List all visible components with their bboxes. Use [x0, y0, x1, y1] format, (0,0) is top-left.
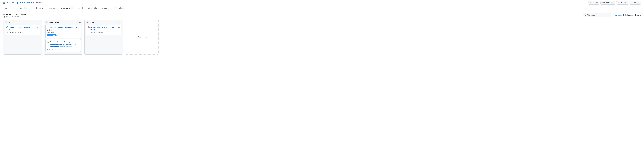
column-done-actions: + ···	[118, 21, 122, 23]
watch-chevron-icon: ▾	[610, 2, 610, 4]
menu-icon: ☰	[634, 14, 636, 16]
card-optimize-mobile-menu-icon[interactable]: ···	[37, 26, 38, 28]
fork-count: 0	[637, 2, 639, 4]
card-develop-functionality-header: [Project Octocat] Develop functionality …	[47, 41, 79, 48]
card-design-ui-status-icon	[88, 27, 90, 29]
tab-issues[interactable]: ○ Issues 3	[14, 6, 28, 11]
tab-projects-label: Projects	[63, 7, 70, 9]
tab-actions-label: Actions	[50, 7, 56, 9]
add-card-to-in-progress-icon[interactable]: +	[77, 21, 78, 23]
column-done-header: 1 Done + ···	[86, 21, 122, 23]
card-frontend-work-tag: front-end	[47, 34, 56, 36]
star-count: 0	[624, 2, 626, 4]
sponsor-heart-icon: ♥	[590, 2, 591, 4]
column-in-progress-header: 2 In progress + ···	[46, 21, 81, 23]
repo-link[interactable]: project-octocat	[17, 2, 34, 4]
fork-button[interactable]: ⑂ Fork 0	[629, 1, 641, 5]
card-develop-functionality-menu-icon[interactable]: ···	[78, 41, 79, 43]
card-optimize-mobile: [Project Octocat] Optimize for mobile ··…	[5, 25, 40, 35]
card-optimize-mobile-status-icon	[6, 27, 8, 29]
card-frontend-work-progress: ☰ 1 of 4	[47, 29, 79, 31]
board-area: 1 To do + ··· [Project Octocat] Optimize…	[0, 20, 644, 58]
card-frontend-work-header: Front-end work for Project Octocat ···	[47, 26, 79, 29]
card-design-ui-menu-icon[interactable]: ···	[118, 26, 120, 28]
menu-button[interactable]: ☰ Menu	[634, 14, 641, 16]
card-design-ui: [Project Octocat] Design user interface …	[86, 25, 122, 35]
code-icon: <>	[5, 7, 7, 9]
nav-tabs: <> Code ○ Issues 3 ⎇ Pull requests ▷ Act…	[0, 6, 644, 11]
tab-security[interactable]: 🛡 Security	[86, 6, 99, 11]
org-link[interactable]: octo-org	[6, 2, 14, 4]
issues-icon: ○	[16, 7, 17, 9]
card-frontend-work-menu-icon[interactable]: ···	[78, 26, 79, 28]
tab-insights-label: Insights	[104, 7, 110, 9]
column-in-progress: 2 In progress + ··· Front-end work for P…	[44, 20, 82, 55]
tab-settings[interactable]: ⚙ Settings	[113, 6, 126, 11]
card-frontend-work-status-icon	[47, 27, 49, 29]
sponsor-button[interactable]: ♥ Sponsor	[588, 1, 600, 5]
fullscreen-button[interactable]: ⛶ Fullscreen	[623, 14, 633, 16]
column-todo-menu-icon[interactable]: ···	[38, 21, 40, 23]
search-icon: 🔍	[584, 14, 586, 16]
column-todo-title-group: 1 To do	[5, 21, 13, 23]
tab-projects[interactable]: ▦ Projects 1	[58, 6, 75, 11]
column-done-menu-icon[interactable]: ···	[120, 21, 122, 23]
column-in-progress-count: 2	[46, 22, 48, 23]
add-column-label: + Add column	[136, 36, 147, 38]
repo-name: project-octocat	[17, 2, 34, 4]
tab-security-label: Security	[91, 7, 97, 9]
column-done: 1 Done + ··· [Project Octocat] Design us…	[84, 20, 123, 55]
card-develop-functionality-title[interactable]: [Project Octocat] Develop functionality …	[50, 41, 78, 48]
actions-icon: ▷	[48, 7, 50, 9]
star-label: Star	[620, 2, 623, 4]
column-todo-count: 1	[5, 22, 7, 23]
add-card-to-done-icon[interactable]: +	[118, 21, 119, 23]
board-title-section: Project Octocat Board Updated 2 minutes …	[3, 13, 26, 18]
tab-actions[interactable]: ▷ Actions	[46, 6, 58, 11]
star-button[interactable]: ☆ Star 0	[616, 1, 628, 5]
watch-count: 0	[611, 2, 614, 4]
sponsor-label: Sponsor	[592, 2, 598, 4]
column-done-count: 1	[86, 22, 89, 23]
repo-separator: /	[16, 2, 16, 4]
tab-issues-label: Issues	[18, 7, 23, 9]
projects-icon: ▦	[60, 7, 62, 9]
watch-button[interactable]: 👁 Watch ▾ 0	[600, 1, 615, 5]
tab-insights[interactable]: 📈 Insights	[100, 6, 112, 11]
projects-badge: 1	[71, 7, 74, 9]
card-frontend-work-title[interactable]: Front-end work for Project Octocat	[50, 26, 78, 29]
top-bar: octo-org / project-octocat Private ♥ Spo…	[0, 0, 644, 6]
add-column-button[interactable]: + Add column	[125, 20, 159, 55]
board-header: Project Octocat Board Updated 2 minutes …	[0, 11, 644, 20]
card-optimize-mobile-title[interactable]: [Project Octocat] Optimize for mobile	[9, 26, 37, 31]
tab-code[interactable]: <> Code	[3, 6, 14, 11]
card-optimize-mobile-header: [Project Octocat] Optimize for mobile ··…	[6, 26, 38, 31]
tab-pull-requests[interactable]: ⎇ Pull requests	[29, 6, 46, 11]
card-design-ui-title[interactable]: [Project Octocat] Design user interface	[90, 26, 118, 31]
tab-pull-requests-label: Pull requests	[34, 7, 44, 9]
filter-cards-input[interactable]	[583, 13, 611, 17]
repo-title: octo-org / project-octocat Private	[3, 2, 42, 4]
column-in-progress-menu-icon[interactable]: ···	[79, 21, 81, 23]
progress-bar-fill	[54, 30, 60, 31]
add-cards-label: + Add cards	[613, 14, 622, 16]
lock-icon	[3, 2, 5, 4]
board-actions: 🔍 + Add cards ⛶ Fullscreen ☰ Menu	[583, 13, 641, 17]
card-design-ui-header: [Project Octocat] Design user interface …	[88, 26, 120, 31]
column-in-progress-title-group: 2 In progress	[46, 21, 59, 23]
org-name: octo-org	[6, 2, 14, 4]
tab-wiki[interactable]: 📄 Wiki	[76, 6, 86, 11]
card-frontend-work: Front-end work for Project Octocat ··· ☰…	[46, 25, 81, 38]
add-cards-button[interactable]: + Add cards	[613, 14, 622, 16]
board-title: Project Octocat Board	[3, 13, 26, 16]
checklist-icon: ☰	[47, 29, 48, 31]
board-subtitle: Updated 2 minutes ago	[3, 16, 26, 18]
column-in-progress-actions: + ···	[77, 21, 81, 23]
watch-label: Watch	[604, 2, 609, 4]
settings-icon: ⚙	[115, 7, 116, 9]
tab-settings-label: Settings	[117, 7, 124, 9]
tab-code-label: Code	[8, 7, 12, 9]
add-card-to-todo-icon[interactable]: +	[36, 21, 38, 23]
card-design-ui-meta: #2 opened by octocat	[88, 32, 120, 33]
progress-bar-bg	[54, 30, 79, 31]
